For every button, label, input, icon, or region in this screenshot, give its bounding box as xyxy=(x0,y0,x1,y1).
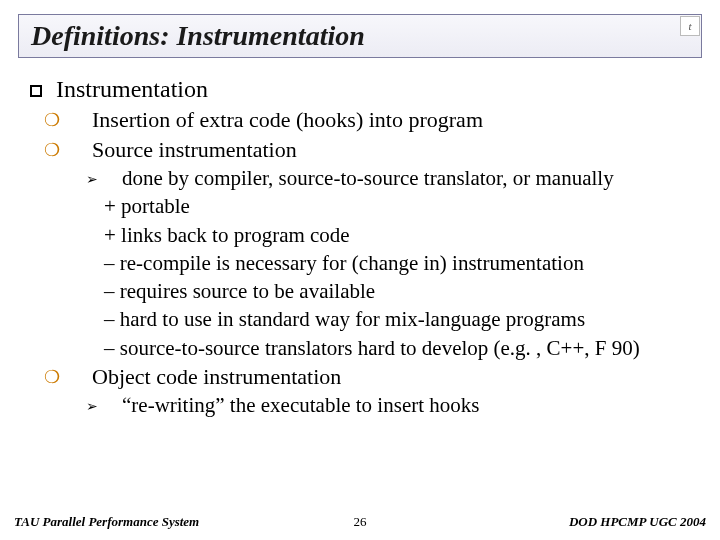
bullet-level3: ➢done by compiler, source-to-source tran… xyxy=(30,165,696,191)
text: Object code instrumentation xyxy=(92,364,341,389)
arrow-bullet-icon: ➢ xyxy=(104,171,118,189)
circle-bullet-icon: ❍ xyxy=(68,366,84,389)
footer: TAU Parallel Performance System 26 DOD H… xyxy=(0,512,720,530)
circle-bullet-icon: ❍ xyxy=(68,109,84,132)
bullet-level2: ❍Object code instrumentation xyxy=(30,363,696,391)
text: done by compiler, source-to-source trans… xyxy=(122,166,614,190)
text: “re-writing” the executable to insert ho… xyxy=(122,393,479,417)
bullet-level3-plain: + links back to program code xyxy=(30,222,696,248)
text: Instrumentation xyxy=(56,76,208,102)
bullet-level3-plain: + portable xyxy=(30,193,696,219)
text: Insertion of extra code (hooks) into pro… xyxy=(92,107,483,132)
arrow-bullet-icon: ➢ xyxy=(104,398,118,416)
title-bar: Definitions: Instrumentation xyxy=(18,14,702,58)
bullet-level3-plain: – hard to use in standard way for mix-la… xyxy=(30,306,696,332)
footer-right: DOD HPCMP UGC 2004 xyxy=(569,514,706,530)
slide-title: Definitions: Instrumentation xyxy=(31,20,365,52)
text: – requires source to be available xyxy=(104,279,375,303)
bullet-level2: ❍Insertion of extra code (hooks) into pr… xyxy=(30,106,696,134)
text: – re-compile is necessary for (change in… xyxy=(104,251,584,275)
slide-content: Instrumentation ❍Insertion of extra code… xyxy=(30,74,696,421)
slide: Definitions: Instrumentation t Instrumen… xyxy=(0,0,720,540)
text: Source instrumentation xyxy=(92,137,297,162)
text: – source-to-source translators hard to d… xyxy=(104,336,640,360)
text: + links back to program code xyxy=(104,223,350,247)
logo-icon: t xyxy=(680,16,700,36)
bullet-level3-plain: – source-to-source translators hard to d… xyxy=(30,335,696,361)
bullet-level3-plain: – re-compile is necessary for (change in… xyxy=(30,250,696,276)
text: – hard to use in standard way for mix-la… xyxy=(104,307,585,331)
square-bullet-icon xyxy=(30,85,42,97)
bullet-level1: Instrumentation xyxy=(30,74,696,104)
bullet-level3: ➢“re-writing” the executable to insert h… xyxy=(30,392,696,418)
circle-bullet-icon: ❍ xyxy=(68,139,84,162)
text: + portable xyxy=(104,194,190,218)
bullet-level3-plain: – requires source to be available xyxy=(30,278,696,304)
bullet-level2: ❍Source instrumentation xyxy=(30,136,696,164)
